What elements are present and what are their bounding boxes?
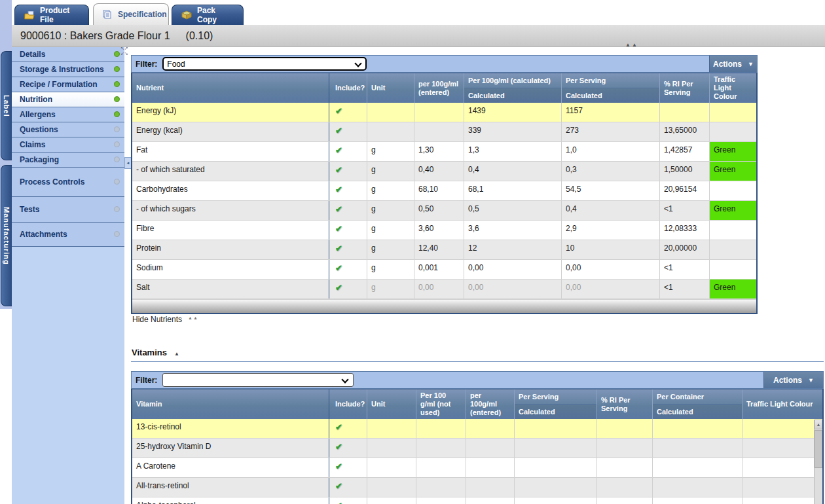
include-check-icon[interactable]: ✔: [335, 442, 342, 452]
nutrients-toolbar: Filter: Food Actions ▼: [131, 55, 758, 73]
sidebar-item-storage-instructions[interactable]: Storage & Instructions: [12, 62, 124, 77]
unit-cell: [367, 478, 416, 497]
per100-entered-cell: [466, 497, 514, 504]
unit-cell: g: [367, 240, 414, 259]
vitamins-scrollbar[interactable]: ▲: [814, 420, 822, 504]
sidebar-item-details[interactable]: Details: [12, 47, 124, 62]
status-dot: [114, 206, 120, 212]
col-per100-not-used: Per 100 g/ml (not used): [416, 389, 466, 419]
per100-calculated-cell: 1,3: [464, 142, 561, 161]
tab-specification[interactable]: Specification: [93, 3, 169, 25]
per100-not-used-cell: [416, 439, 466, 458]
sidebar-item-label: Questions: [20, 123, 58, 137]
include-check-icon[interactable]: ✔: [335, 263, 342, 273]
unit-cell: g: [367, 181, 414, 200]
tab-label: Pack Copy: [197, 6, 234, 24]
vitamin-row[interactable]: All-trans-retinol✔: [132, 478, 822, 497]
nutrient-row[interactable]: Salt✔g0,000,000,00<1Green: [132, 279, 756, 299]
include-check-icon[interactable]: ✔: [335, 204, 342, 214]
tab-pack-copy[interactable]: Pack Copy: [172, 5, 244, 25]
nutrient-name: Fibre: [132, 221, 329, 240]
include-check-icon[interactable]: ✔: [335, 106, 342, 116]
hide-nutrients-link[interactable]: Hide Nutrients▲▲: [132, 315, 198, 324]
vitamin-row[interactable]: Alpha-tocopherol✔: [132, 497, 822, 504]
include-check-icon[interactable]: ✔: [335, 501, 342, 504]
col-sublabel: Calculated: [562, 88, 659, 103]
side-tab-label[interactable]: Label: [1, 51, 12, 160]
nutrients-actions-button[interactable]: Actions ▼: [709, 56, 757, 72]
sidebar-item-label: Packaging: [20, 153, 59, 167]
nutrient-row[interactable]: - of which sugars✔g0,500,50,4<1Green: [132, 201, 756, 221]
unit-cell: [367, 103, 414, 122]
nutrients-filter-select[interactable]: Food: [162, 57, 367, 71]
vitamin-row[interactable]: 25-hydroxy Vitamin D✔: [132, 439, 822, 458]
tab-label: Specification: [118, 10, 167, 19]
tab-product-file[interactable]: Product File: [14, 5, 89, 25]
vitamin-row[interactable]: A Carotene✔: [132, 458, 822, 478]
include-check-icon[interactable]: ✔: [335, 461, 342, 471]
nutrient-row[interactable]: - of which saturated✔g0,400,40,31,50000G…: [132, 162, 756, 181]
per100-entered-cell: 12,40: [414, 240, 464, 259]
nutrient-row[interactable]: Fibre✔g3,603,62,912,08333: [132, 221, 756, 240]
include-check-icon[interactable]: ✔: [335, 224, 342, 234]
include-check-icon[interactable]: ✔: [335, 422, 342, 432]
chevron-down-icon: ▼: [808, 377, 814, 384]
product-title: 9000610 : Bakers Grade Flour 1: [20, 30, 170, 42]
per-serving-cell: [514, 478, 596, 497]
sidebar-item-questions[interactable]: Questions: [12, 122, 124, 137]
sidebar-item-packaging[interactable]: Packaging: [12, 153, 124, 168]
nutrient-row[interactable]: Fat✔g1,301,31,01,42857Green: [132, 142, 756, 162]
nutrient-name: Carbohydrates: [132, 181, 329, 200]
traffic-light-cell: [709, 221, 756, 240]
unit-cell: [367, 497, 416, 504]
per-serving-cell: [514, 439, 596, 458]
sidebar-item-tests[interactable]: Tests: [12, 197, 124, 223]
sidebar-item-process-controls[interactable]: Process Controls: [12, 168, 124, 197]
include-check-icon[interactable]: ✔: [335, 185, 342, 194]
nutrient-row[interactable]: Protein✔g12,40121020,00000: [132, 240, 756, 260]
actions-label: Actions: [773, 376, 802, 385]
status-dot: [114, 179, 120, 185]
col-traffic-light: Traffic Light Colour: [709, 73, 756, 103]
sidebar-item-recipe-formulation[interactable]: Recipe / Formulation: [12, 77, 124, 92]
per100-not-used-cell: [416, 419, 466, 438]
resize-arrows-icon[interactable]: ↖↗↙↘: [120, 46, 128, 56]
nutrient-row[interactable]: Energy (kJ)✔14391157: [132, 103, 756, 122]
scrollbar-up-button[interactable]: ▲: [815, 420, 822, 429]
col-per100-entered: per 100g/ml (entered): [466, 389, 514, 419]
scrollbar-thumb[interactable]: [815, 430, 822, 468]
collapse-triangle-icon[interactable]: ▲: [174, 351, 179, 357]
ri-per-serving-cell: [596, 478, 652, 497]
sidebar-item-allergens[interactable]: Allergens: [12, 107, 124, 122]
nutrient-row[interactable]: Sodium✔g0,0010,000,00<1: [132, 260, 756, 279]
include-check-icon[interactable]: ✔: [335, 126, 342, 135]
include-check-icon[interactable]: ✔: [335, 283, 342, 293]
include-check-icon[interactable]: ✔: [335, 481, 342, 491]
sidebar-item-claims[interactable]: Claims: [12, 137, 124, 153]
collapse-section-icon[interactable]: ▲▲: [625, 42, 638, 48]
include-check-icon[interactable]: ✔: [335, 145, 342, 155]
col-per100-entered: per 100g/ml (entered): [414, 73, 464, 103]
vitamin-row[interactable]: 13-cis-retinol✔: [132, 419, 822, 439]
traffic-light-cell: Green: [709, 142, 756, 161]
ri-per-serving-cell: 1,42857: [659, 142, 709, 161]
vitamins-table-header: Vitamin Include? Unit Per 100 g/ml (not …: [132, 389, 822, 419]
include-check-icon[interactable]: ✔: [335, 165, 342, 175]
ri-per-serving-cell: 12,08333: [659, 221, 709, 240]
vitamins-actions-button[interactable]: Actions ▼: [763, 372, 823, 388]
traffic-light-cell: [742, 419, 822, 438]
per-serving-cell: 0,3: [561, 162, 659, 181]
app-window: Label Manufacturing Product File Specifi…: [0, 0, 825, 504]
nutrient-row[interactable]: Carbohydrates✔g68,1068,154,520,96154: [132, 181, 756, 201]
ri-per-serving-cell: [596, 439, 652, 458]
include-check-icon[interactable]: ✔: [335, 243, 342, 253]
side-tab-manufacturing[interactable]: Manufacturing: [1, 165, 12, 306]
sidebar-item-nutrition[interactable]: Nutrition: [12, 92, 124, 107]
nutrient-row[interactable]: Energy (kcal)✔33927313,65000: [132, 122, 756, 142]
sidebar-item-label: Storage & Instructions: [20, 63, 104, 77]
sidebar-item-attachments[interactable]: Attachments: [12, 223, 124, 247]
unit-cell: g: [367, 142, 414, 161]
col-label: Per 100g/ml (calculated): [464, 73, 561, 88]
status-dot: [114, 96, 120, 102]
vitamins-filter-select[interactable]: [162, 373, 354, 387]
